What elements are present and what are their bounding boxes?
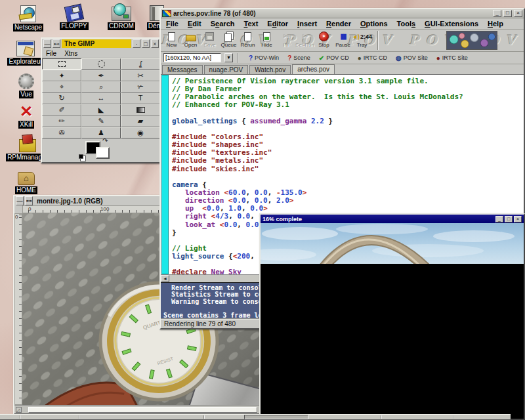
pin-icon[interactable]: ⊷ <box>25 196 33 205</box>
menu-text[interactable]: Text <box>243 20 258 28</box>
rect-select-tool[interactable] <box>42 58 81 70</box>
desktop-icon-vue[interactable]: Vue <box>8 74 45 98</box>
move-tool[interactable]: ⌖ <box>42 81 81 93</box>
render-titlebar[interactable]: 16% complete _ □ × <box>261 215 524 223</box>
menu-insert[interactable]: Insert <box>297 20 317 28</box>
toolbar-ini-button[interactable]: ✄Ini <box>276 30 295 48</box>
toolbar-tray-button[interactable]: ◄)2:44Tray <box>352 30 371 48</box>
scroll-left-icon[interactable]: ◄ <box>161 275 169 282</box>
blend-tool[interactable] <box>121 104 160 116</box>
transform-tool[interactable]: ↻ <box>42 93 81 104</box>
maximize-icon[interactable]: □ <box>142 39 150 48</box>
desktop-icon-xkill[interactable]: ✕ XKill <box>8 104 45 129</box>
menu-tools[interactable]: Tools <box>397 20 416 28</box>
default-colors-icon[interactable] <box>79 154 83 159</box>
menu-edit[interactable]: Edit <box>188 20 201 28</box>
gimp-menu-file[interactable]: File <box>46 50 56 57</box>
menu-options[interactable]: Options <box>360 20 388 28</box>
free-select-tool[interactable]: ʆ <box>121 58 160 70</box>
taskbar-active-button[interactable] <box>244 415 308 419</box>
color-picker-tool[interactable]: ✐ <box>42 104 81 116</box>
quick-button-pov-site[interactable]: ◍POV Site <box>396 54 428 62</box>
quick-button-pov-cd[interactable]: ✔POV CD <box>319 54 349 62</box>
povray-render-window: 16% complete _ □ × <box>259 213 525 420</box>
fuzzy-select-tool[interactable]: ✦ <box>42 70 81 81</box>
toolbar-save-button[interactable]: Save <box>200 30 219 48</box>
toolbar-hide-button[interactable]: Hide <box>257 30 276 48</box>
maximize-icon[interactable]: □ <box>503 10 512 17</box>
swap-colors-icon[interactable]: ↷ <box>102 137 108 144</box>
ellipse-select-tool[interactable] <box>81 58 121 70</box>
shade-icon[interactable]: — <box>43 39 51 48</box>
magnify-tool[interactable]: ⌕ <box>81 81 121 93</box>
desktop-icon-home[interactable]: ⌂ HOME <box>8 169 45 194</box>
floppy-icon <box>64 4 84 23</box>
ruler-mark: 100 <box>100 206 109 212</box>
gimp-titlebar[interactable]: — ⊷ The GIMP · □ × <box>42 39 160 49</box>
bucket-fill-tool[interactable]: ◣ <box>81 104 121 116</box>
minimize-icon[interactable]: _ <box>493 10 501 17</box>
clone-tool[interactable]: ♟ <box>81 127 121 138</box>
montre-hscrollbar[interactable]: ◿ <box>14 405 261 413</box>
toolbar-icon-row <box>200 31 219 42</box>
pencil-tool[interactable]: ✏ <box>42 116 81 127</box>
toolbar-queue-button[interactable]: Queue <box>219 30 238 48</box>
bezier-select-tool[interactable]: ✒ <box>81 70 121 81</box>
resize-grip-icon[interactable]: ◿ <box>16 407 22 413</box>
minimize-icon[interactable]: _ <box>495 216 503 222</box>
code-line: // Enhanced for POV-Ray 3.1 <box>172 100 524 108</box>
toolbar-pause-button[interactable]: ▮▮Pause <box>333 30 352 48</box>
desktop-icon-netscape[interactable]: Netscape <box>9 5 47 32</box>
background-color-swatch[interactable] <box>96 147 110 159</box>
editor-margin-bar[interactable] <box>161 75 169 274</box>
shade-icon[interactable]: — <box>16 196 24 205</box>
quick-button-irtc-site[interactable]: ●IRTC Site <box>436 54 468 62</box>
gimp-menu-xtns[interactable]: Xtns <box>64 50 77 57</box>
menu-file[interactable]: File <box>166 20 178 28</box>
toolbar-new-button[interactable]: New <box>162 30 181 48</box>
dropdown-arrow-icon[interactable]: ▾ <box>224 53 233 62</box>
airbrush-tool[interactable]: ✇ <box>42 127 81 138</box>
close-icon[interactable]: × <box>151 39 159 48</box>
toolbar-rerun-button[interactable]: Rerun <box>238 30 257 48</box>
flip-tool[interactable]: ↔ <box>81 93 121 104</box>
menu-search[interactable]: Search <box>211 20 235 28</box>
code-line: #include "skies.inc" <box>172 165 524 173</box>
pin-icon[interactable]: ⊷ <box>52 39 60 48</box>
eraser-tool[interactable]: ▰ <box>121 116 160 127</box>
scissors-tool[interactable]: ✂ <box>121 70 160 81</box>
menu-render[interactable]: Render <box>326 20 351 28</box>
resolution-dropdown[interactable]: [160x120, No AA] <box>163 53 221 62</box>
quick-button-label: Scene <box>293 54 310 61</box>
toolbar-stop-button[interactable]: ✶Stop <box>314 30 333 48</box>
menu-dot-icon[interactable]: · <box>133 39 140 48</box>
quick-button-scene[interactable]: ?Scene <box>287 54 310 62</box>
text-tool[interactable]: T <box>121 93 160 104</box>
crop-tool[interactable]: ✃ <box>121 81 160 93</box>
vertical-ruler[interactable]: 0 <box>14 213 22 405</box>
quick-button-pov-win[interactable]: ?POV-Win <box>249 54 279 62</box>
paintbrush-tool[interactable]: ✎ <box>81 116 121 127</box>
taskbar[interactable] <box>0 414 511 420</box>
menu-gui-extensions[interactable]: GUI-Extensions <box>425 20 478 28</box>
desktop-icon-cdrom[interactable]: CDROM <box>102 7 140 30</box>
close-icon[interactable]: × <box>514 216 522 222</box>
folder-icon <box>186 35 196 41</box>
menu-editor[interactable]: Editor <box>267 20 288 28</box>
maximize-icon[interactable]: □ <box>505 216 513 222</box>
toolbar-sel-run-button[interactable]: ✄Sel-Run <box>295 30 314 48</box>
close-icon[interactable]: × <box>514 10 522 17</box>
tab-watch-pov[interactable]: Watch.pov <box>249 65 291 74</box>
menu-help[interactable]: Help <box>488 20 503 28</box>
tab-nuage-pov[interactable]: nuage.POV <box>204 65 249 74</box>
desktop-icon-floppy[interactable]: FLOPPY <box>55 5 93 30</box>
toolbar-open-button[interactable]: Open <box>181 30 200 48</box>
airbrush-tool-icon: ✇ <box>58 129 64 136</box>
tab-messages[interactable]: Messages <box>162 65 203 74</box>
icon-label: FLOPPY <box>60 22 88 30</box>
tab-arches-pov[interactable]: arches.pov <box>292 64 335 74</box>
convolve-tool[interactable]: ◉ <box>121 127 160 138</box>
hscroll-thumb[interactable] <box>28 407 257 413</box>
povray-titlebar[interactable]: arches.pov:line 78 (of 480) _ □ × <box>161 9 524 18</box>
quick-button-irtc-cd[interactable]: ●IRTC CD <box>358 54 387 62</box>
